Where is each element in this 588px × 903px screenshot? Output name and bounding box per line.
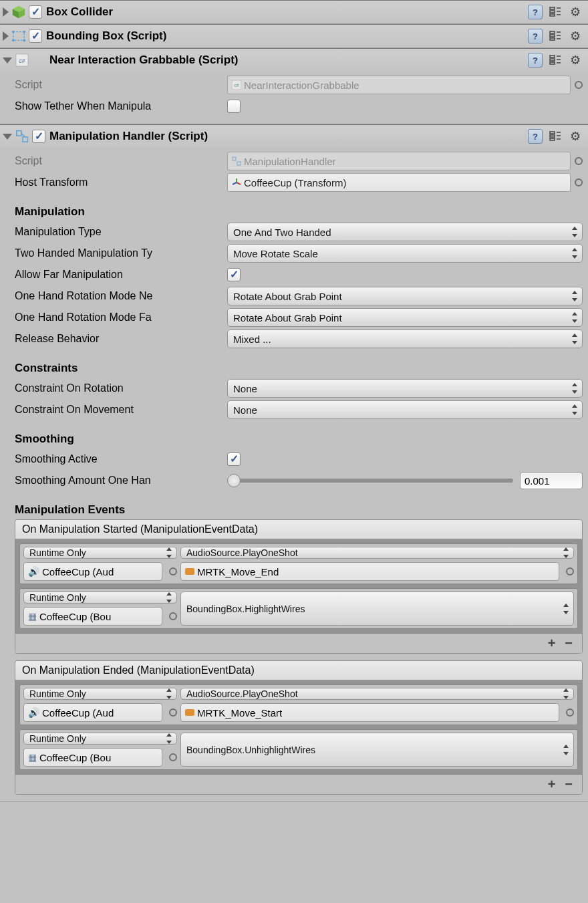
enable-checkbox[interactable] (32, 130, 45, 143)
svg-rect-23 (550, 59, 555, 61)
preset-icon[interactable] (548, 29, 563, 43)
object-picker-icon[interactable] (169, 753, 177, 761)
constraint-rotation-label: Constraint On Rotation (15, 382, 227, 394)
object-picker-icon[interactable] (566, 567, 574, 575)
component-title: Near Interaction Grabbable (Script) (49, 53, 528, 67)
box-collider-icon (11, 5, 26, 19)
svg-point-13 (23, 39, 25, 42)
allow-far-label: Allow Far Manipulation (15, 269, 227, 281)
gear-icon[interactable]: ⚙ (568, 29, 583, 43)
svg-rect-15 (550, 35, 555, 37)
function-dropdown[interactable]: BoundingBox.UnhighlightWires (180, 733, 574, 767)
svg-rect-4 (550, 11, 555, 13)
preset-icon[interactable] (548, 53, 563, 68)
foldout-toggle[interactable] (3, 134, 12, 140)
smoothing-amount-field[interactable]: 0.001 (520, 472, 583, 489)
audioclip-icon (185, 709, 194, 716)
component-header-box-collider[interactable]: Box Collider ? ⚙ (0, 1, 588, 23)
preset-icon[interactable] (548, 5, 563, 19)
help-icon[interactable]: ? (528, 5, 543, 19)
enable-checkbox[interactable] (29, 5, 42, 19)
call-mode-dropdown[interactable]: Runtime Only (23, 688, 177, 700)
argument-field[interactable]: MRTK_Move_End (180, 562, 559, 581)
script-mini-icon (232, 156, 241, 166)
object-picker-icon[interactable] (575, 178, 583, 186)
enable-checkbox[interactable] (29, 29, 42, 43)
target-object-field[interactable]: ▦CoffeeCup (Bou (23, 748, 162, 767)
transform-icon (232, 178, 241, 187)
event-on-manipulation-ended: On Manipulation Ended (ManipulationEvent… (15, 660, 583, 795)
slider-thumb[interactable] (227, 474, 241, 487)
foldout-toggle[interactable] (3, 7, 9, 17)
svg-line-32 (21, 133, 25, 137)
event-on-manipulation-started: On Manipulation Started (ManipulationEve… (15, 519, 583, 654)
foldout-toggle[interactable] (3, 31, 9, 41)
component-header-manipulation-handler[interactable]: Manipulation Handler (Script) ? ⚙ (0, 125, 588, 148)
section-constraints: Constraints (15, 362, 583, 375)
svg-rect-24 (550, 62, 555, 64)
component-header-bounding-box[interactable]: Bounding Box (Script) ? ⚙ (0, 25, 588, 47)
one-hand-near-dropdown[interactable]: Rotate About Grab Point (227, 287, 583, 305)
object-picker-icon[interactable] (169, 612, 177, 620)
object-picker-icon[interactable] (575, 81, 583, 89)
help-icon[interactable]: ? (528, 53, 543, 68)
add-listener-button[interactable]: + (548, 636, 556, 651)
script-icon (15, 129, 29, 144)
release-behavior-dropdown[interactable]: Mixed ... (227, 330, 583, 348)
event-listener: Runtime Only 🔊CoffeeCup (Aud AudioSource… (19, 684, 578, 725)
csharp-mini-icon: c# (232, 80, 241, 90)
object-picker-icon[interactable] (566, 708, 574, 717)
object-picker-icon[interactable] (169, 708, 177, 717)
script-value: NearInteractionGrabbable (244, 80, 359, 91)
target-object-field[interactable]: ▦CoffeeCup (Bou (23, 607, 162, 626)
smoothing-amount-label: Smoothing Amount One Han (15, 475, 227, 487)
foldout-toggle[interactable] (3, 57, 12, 63)
function-dropdown[interactable]: BoundingBox.HighlightWires (180, 592, 574, 626)
add-listener-button[interactable]: + (548, 777, 556, 792)
help-icon[interactable]: ? (528, 29, 543, 43)
function-dropdown[interactable]: AudioSource.PlayOneShot (180, 547, 574, 559)
call-mode-dropdown[interactable]: Runtime Only (23, 592, 177, 604)
gear-icon[interactable]: ⚙ (568, 129, 583, 144)
argument-field[interactable]: MRTK_Move_Start (180, 703, 559, 722)
svg-rect-39 (233, 157, 236, 160)
call-mode-dropdown[interactable]: Runtime Only (23, 733, 177, 745)
gear-icon[interactable]: ⚙ (568, 53, 583, 68)
allow-far-checkbox[interactable] (227, 268, 241, 281)
object-picker-icon[interactable] (575, 157, 583, 165)
svg-rect-40 (237, 162, 241, 165)
boundingbox-icon: ▦ (28, 611, 37, 622)
call-mode-dropdown[interactable]: Runtime Only (23, 547, 177, 559)
svg-rect-34 (550, 135, 555, 137)
object-picker-icon[interactable] (169, 567, 177, 575)
show-tether-label: Show Tether When Manipula (15, 100, 227, 112)
help-icon[interactable]: ? (528, 129, 543, 144)
gear-icon[interactable]: ⚙ (568, 5, 583, 19)
svg-point-11 (23, 31, 25, 33)
host-transform-label: Host Transform (15, 176, 227, 188)
host-transform-field[interactable]: CoffeeCup (Transform) (227, 173, 571, 192)
remove-listener-button[interactable]: − (565, 777, 573, 792)
target-object-field[interactable]: 🔊CoffeeCup (Aud (23, 703, 162, 722)
event-listener: Runtime Only ▦CoffeeCup (Bou BoundingBox… (19, 588, 578, 629)
remove-listener-button[interactable]: − (565, 636, 573, 651)
host-transform-value: CoffeeCup (Transform) (244, 177, 346, 188)
two-handed-type-dropdown[interactable]: Move Rotate Scale (227, 244, 583, 263)
smoothing-amount-slider[interactable] (227, 479, 513, 483)
script-value: ManipulationHandler (244, 156, 336, 167)
script-field: ManipulationHandler (227, 152, 571, 170)
constraint-movement-dropdown[interactable]: None (227, 400, 583, 419)
svg-rect-30 (17, 131, 21, 136)
show-tether-checkbox[interactable] (227, 100, 241, 113)
smoothing-active-checkbox[interactable] (227, 453, 241, 466)
function-dropdown[interactable]: AudioSource.PlayOneShot (180, 688, 574, 700)
target-object-field[interactable]: 🔊CoffeeCup (Aud (23, 562, 162, 581)
preset-icon[interactable] (548, 129, 563, 144)
component-header-near-interaction[interactable]: c# Near Interaction Grabbable (Script) ?… (0, 49, 588, 72)
manipulation-type-dropdown[interactable]: One And Two Handed (227, 223, 583, 241)
svg-text:c#: c# (19, 57, 26, 64)
audioclip-icon (185, 568, 194, 575)
script-label: Script (15, 79, 227, 91)
one-hand-far-dropdown[interactable]: Rotate About Grab Point (227, 308, 583, 327)
constraint-rotation-dropdown[interactable]: None (227, 379, 583, 398)
